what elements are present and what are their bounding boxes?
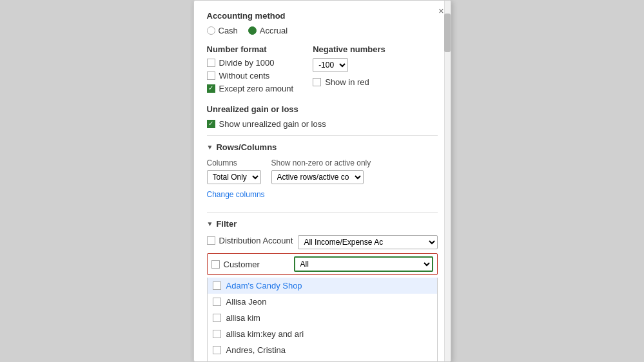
rows-columns-header[interactable]: ▼ Rows/Columns [207,142,438,152]
close-button[interactable]: × [438,6,444,16]
show-in-red-box [313,78,321,86]
customer-label: Customer [224,260,260,269]
filter-section: ▼ Filter Distribution Account All Income… [207,219,438,361]
divide-by-1000-checkbox[interactable]: Divide by 1000 [207,58,294,68]
except-zero-checkbox[interactable]: Except zero amount [207,84,294,93]
filter-header[interactable]: ▼ Filter [207,219,438,229]
show-in-red-label: Show in red [325,77,369,87]
customer-box [211,260,220,269]
accounting-method-radio-group: Cash Accrual [207,26,438,35]
unrealized-section: Unrealized gain or loss Show unrealized … [207,104,438,129]
andres-checkbox-box [213,346,221,354]
unrealized-box [207,120,215,128]
distribution-account-select[interactable]: All Income/Expense Ac [298,235,437,249]
adams-candy-shop-label: Adam's Candy Shop [226,281,302,291]
adams-checkbox-box [213,281,221,290]
rows-columns-section: ▼ Rows/Columns Columns Total Only Show n… [207,142,438,205]
scrollbar-track[interactable] [444,1,451,361]
cash-radio[interactable]: Cash [207,26,238,35]
columns-row: Columns Total Only Show non-zero or acti… [207,158,438,184]
negative-numbers-group: Negative numbers -100 Show in red [313,44,385,97]
negative-numbers-select[interactable]: -100 [313,58,348,72]
distribution-account-box [207,236,215,245]
show-in-red-checkbox[interactable]: Show in red [313,77,385,87]
columns-label: Columns [207,158,261,167]
customer-select[interactable]: All [294,256,433,272]
cash-radio-circle [207,26,215,35]
change-columns-link[interactable]: Change columns [207,190,265,199]
accrual-radio[interactable]: Accrual [248,26,288,35]
number-format-title: Number format [207,44,294,54]
allisa-kim-key-checkbox-box [213,330,221,338]
show-nonzero-field: Show non-zero or active only Active rows… [271,158,371,184]
without-cents-box [207,71,215,80]
number-format-group: Number format Divide by 1000 Without cen… [207,44,294,97]
except-zero-box [207,84,215,93]
divider-2 [207,212,438,213]
accrual-label: Accrual [260,26,288,35]
customer-checkbox[interactable]: Customer [211,260,289,269]
dropdown-item-allisa-kim-key[interactable]: allisa kim:key and ari [208,326,437,342]
allisa-kim-key-label: allisa kim:key and ari [226,329,304,339]
dropdown-item-adams[interactable]: Adam's Candy Shop [208,278,437,294]
dialog-body: × Accounting method Cash Accrual Number … [194,1,451,361]
without-cents-checkbox[interactable]: Without cents [207,71,294,81]
cash-label: Cash [219,26,238,35]
dropdown-item-allisa-kim[interactable]: allisa kim [208,310,437,326]
show-nonzero-select[interactable]: Active rows/active co [271,170,364,184]
negative-numbers-title: Negative numbers [313,44,385,54]
settings-dialog: × Accounting method Cash Accrual Number … [193,0,451,362]
allisa-kim-label: allisa kim [226,313,260,323]
dropdown-item-andres[interactable]: Andres, Cristina [208,342,437,358]
dropdown-item-allisa-jeon[interactable]: Allisa Jeon [208,294,437,310]
filter-arrow: ▼ [207,220,213,227]
rows-columns-title: Rows/Columns [216,142,277,152]
allisa-jeon-label: Allisa Jeon [226,297,267,307]
divider-1 [207,135,438,136]
except-zero-label: Except zero amount [219,84,294,93]
unrealized-checkbox[interactable]: Show unrealized gain or loss [207,119,438,129]
distribution-account-row: Distribution Account All Income/Expense … [207,235,438,249]
columns-select[interactable]: Total Only [207,170,261,184]
dropdown-item-balak[interactable]: Balak, Mike [208,358,437,361]
negative-dropdown-row: -100 [313,58,385,72]
scrollbar-thumb[interactable] [444,14,451,52]
filter-title: Filter [216,219,237,229]
show-nonzero-label: Show non-zero or active only [271,158,371,167]
unrealized-title: Unrealized gain or loss [207,104,438,114]
without-cents-label: Without cents [219,71,270,81]
allisa-kim-checkbox-box [213,314,221,322]
unrealized-label: Show unrealized gain or loss [219,119,326,129]
divide-by-1000-box [207,59,215,67]
customer-row: Customer All [207,253,438,275]
divide-by-1000-label: Divide by 1000 [219,58,275,68]
accounting-method-title: Accounting method [207,11,438,21]
customer-dropdown: Adam's Candy Shop Allisa Jeon allisa kim… [207,278,438,361]
allisa-jeon-checkbox-box [213,298,221,306]
andres-label: Andres, Cristina [226,345,286,355]
number-format-section: Number format Divide by 1000 Without cen… [207,44,438,97]
rows-columns-arrow: ▼ [207,144,213,151]
accrual-radio-circle [248,26,257,35]
distribution-account-label: Distribution Account [219,236,293,245]
distribution-account-checkbox[interactable]: Distribution Account [207,236,293,245]
columns-field: Columns Total Only [207,158,261,184]
